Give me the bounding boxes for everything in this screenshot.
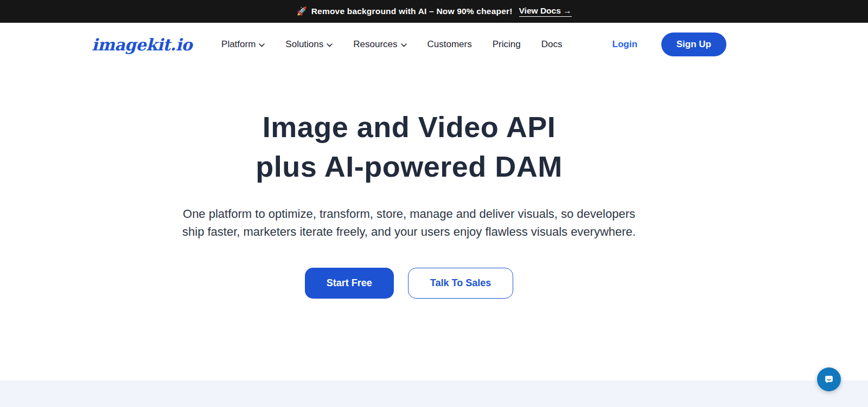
chevron-down-icon (327, 43, 333, 47)
announcement-bar: 🚀 Remove background with AI – Now 90% ch… (0, 0, 868, 23)
nav-item-label: Docs (541, 39, 563, 50)
nav-item-label: Customers (427, 39, 472, 50)
signup-button[interactable]: Sign Up (661, 33, 726, 56)
nav-item-pricing[interactable]: Pricing (493, 39, 521, 50)
login-link[interactable]: Login (612, 39, 637, 50)
imagekit-logo[interactable]: imagekit.io (92, 35, 192, 54)
nav-links: Platform Solutions Resources Customers (221, 39, 562, 50)
nav-item-label: Resources (353, 39, 397, 50)
chevron-down-icon (401, 43, 407, 47)
hero-section: Image and Video API plus AI-powered DAM … (0, 66, 868, 380)
navbar: imagekit.io Platform Solutions Resources (0, 23, 868, 66)
chat-launcher-button[interactable] (817, 367, 841, 391)
cta-row: Start Free Talk To Sales (92, 268, 726, 299)
nav-item-label: Platform (221, 39, 256, 50)
hero-subtitle: One platform to optimize, transform, sto… (178, 205, 640, 241)
start-free-button[interactable]: Start Free (305, 268, 394, 299)
nav-actions: Login Sign Up (612, 33, 726, 56)
next-section-band (0, 380, 868, 407)
chevron-down-icon (259, 43, 265, 47)
announcement-text: Remove background with AI – Now 90% chea… (311, 7, 513, 16)
page-title: Image and Video API plus AI-powered DAM (92, 107, 726, 186)
nav-item-resources[interactable]: Resources (353, 39, 406, 50)
nav-item-platform[interactable]: Platform (221, 39, 265, 50)
nav-item-customers[interactable]: Customers (427, 39, 472, 50)
rocket-icon: 🚀 (296, 7, 307, 16)
nav-item-docs[interactable]: Docs (541, 39, 563, 50)
nav-item-label: Solutions (285, 39, 323, 50)
page-title-line1: Image and Video API (92, 107, 726, 147)
talk-to-sales-button[interactable]: Talk To Sales (408, 268, 513, 299)
chat-bubble-icon (822, 373, 835, 386)
page-title-line2: plus AI-powered DAM (92, 147, 726, 186)
nav-item-label: Pricing (493, 39, 521, 50)
nav-item-solutions[interactable]: Solutions (285, 39, 333, 50)
view-docs-link[interactable]: View Docs → (519, 6, 572, 17)
